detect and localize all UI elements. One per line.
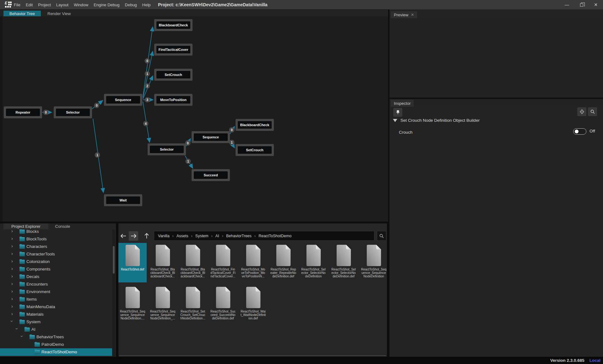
graph-node-movetoposition[interactable]: MoveToPosition: [154, 94, 193, 106]
tab-project-explorer[interactable]: Project Explorer: [3, 223, 48, 229]
nav-up-button[interactable]: [142, 231, 151, 241]
file-item-reacttoshot-findtacticalcover-findtacticalcover-[interactable]: ReactToShot_FindTacticalCover_FindTactic…: [209, 243, 237, 282]
tree-item-blocks[interactable]: ›Blocks: [0, 229, 112, 235]
graph-node-setcrouch[interactable]: SetCrouch: [236, 144, 274, 156]
chevron-right-icon[interactable]: ›: [11, 229, 13, 233]
file-item-reacttoshot-def[interactable]: ReactToShot.def: [118, 243, 147, 282]
menu-debug[interactable]: Debug: [125, 3, 137, 7]
folder-icon: [19, 252, 25, 256]
tree-item-charactertools[interactable]: ›CharacterTools: [0, 250, 112, 258]
file-item-reacttoshot-selector-selectornodedefinition-def[interactable]: ReactToShot_Selector_SelectorNodeDefinit…: [329, 243, 358, 282]
breadcrumb-item-behaviortrees[interactable]: BehaviorTrees: [226, 234, 252, 238]
tab-inspector[interactable]: Inspector: [391, 100, 414, 107]
files-hscrollbar[interactable]: [118, 354, 387, 357]
tree-item-blocktools[interactable]: ›BlockTools: [0, 235, 112, 243]
graph-node-sequence[interactable]: Sequence: [192, 131, 230, 143]
breadcrumb-item-system[interactable]: System: [195, 234, 209, 238]
chevron-down-icon[interactable]: ›: [9, 320, 15, 322]
chevron-right-icon[interactable]: ›: [11, 303, 13, 309]
graph-node-repeater[interactable]: Repeater: [4, 106, 42, 118]
file-item-reacttoshot-movetoposition-movetopositionn-[interactable]: ReactToShot_MoveToPosition_MoveToPositio…: [239, 243, 267, 282]
file-item-reacttoshot-sequence-sequencenodedefinition-[interactable]: ReactToShot_Sequence_SequenceNodeDefinit…: [149, 285, 177, 324]
chevron-right-icon[interactable]: ›: [11, 258, 13, 264]
graph-node-sequence[interactable]: Sequence: [104, 94, 142, 106]
chevron-right-icon[interactable]: ›: [11, 236, 13, 241]
graph-node-succeed[interactable]: Succeed: [192, 169, 230, 181]
nav-back-button[interactable]: [119, 231, 128, 241]
tab-console[interactable]: Console: [50, 223, 75, 229]
tree-item-reacttoshotdemo[interactable]: ReactToShotDemo: [0, 348, 112, 356]
file-item-reacttoshot-succeed-succeednodedefinition-def[interactable]: ReactToShot_Succeed_SucceedNodeDefinitio…: [209, 285, 237, 324]
tree-item-ai[interactable]: ›AI: [0, 326, 112, 333]
tab-behavior-tree[interactable]: Behavior Tree: [3, 11, 41, 17]
tree-item-colonization[interactable]: ›Colonization: [0, 258, 112, 265]
crouch-toggle[interactable]: [573, 128, 586, 135]
chevron-right-icon[interactable]: ›: [11, 296, 13, 301]
chevron-right-icon[interactable]: ›: [11, 243, 13, 249]
chevron-down-icon[interactable]: ›: [14, 328, 20, 329]
inspector-object-header[interactable]: Set Crouch Node Definition Object Builde…: [393, 118, 480, 123]
file-item-reacttoshot-sequence-sequencenodedefinition[interactable]: ReactToShot_Sequence_SequenceNodeDefinit…: [360, 243, 387, 282]
chevron-right-icon[interactable]: ›: [11, 281, 13, 286]
menu-project[interactable]: Project: [38, 3, 51, 7]
menu-engine-debug[interactable]: Engine Debug: [94, 3, 119, 7]
menu-file[interactable]: File: [14, 3, 20, 7]
tree-item-behaviortrees[interactable]: ›BehaviorTrees: [0, 333, 112, 341]
chevron-down-icon[interactable]: ›: [19, 335, 25, 337]
explorer-scrollbar-thumb[interactable]: [113, 246, 115, 274]
menu-layout[interactable]: Layout: [56, 3, 68, 7]
breadcrumb-item-assets[interactable]: Assets: [177, 234, 188, 238]
minimize-button[interactable]: —: [560, 0, 574, 9]
restore-button[interactable]: [574, 0, 589, 9]
preview-close-icon[interactable]: ✕: [411, 13, 414, 17]
explorer-scrollbar[interactable]: [112, 229, 115, 357]
tree-item-characters[interactable]: ›Characters: [0, 243, 112, 250]
behavior-tree-canvas[interactable]: 001012340101 RepeaterSelectorSequenceBla…: [0, 16, 388, 222]
files-search-button[interactable]: [377, 231, 386, 241]
file-item-reacttoshot-setcrouch-setcrouchnodedefinition-[interactable]: ReactToShot_SetCrouch_SetCrouchNodeDefin…: [179, 285, 207, 324]
tree-item-decals[interactable]: ›Decals: [0, 273, 112, 281]
chevron-right-icon[interactable]: ›: [11, 251, 13, 256]
files-hscrollbar-thumb[interactable]: [119, 355, 386, 356]
inspector-search-button[interactable]: [588, 107, 597, 116]
tab-preview[interactable]: Preview ✕: [391, 11, 417, 18]
chevron-right-icon[interactable]: ›: [11, 311, 13, 316]
graph-node-findtacticalcover[interactable]: FindTacticalCover: [154, 44, 193, 56]
locate-button[interactable]: [577, 107, 586, 116]
file-item-reacttoshot-selector-selectornodedefinition[interactable]: ReactToShot_Selector_SelectorNodeDefinit…: [299, 243, 328, 282]
tree-item-items[interactable]: ›Items: [0, 296, 112, 303]
tab-render-view[interactable]: Render View: [43, 11, 75, 17]
graph-node-blackboardcheck[interactable]: BlackboardCheck: [154, 19, 193, 31]
chevron-right-icon[interactable]: ›: [11, 288, 13, 294]
file-label-line: ReactToShot_Set: [180, 310, 205, 313]
graph-node-selector[interactable]: Selector: [148, 143, 186, 155]
close-button[interactable]: ✕: [589, 0, 603, 9]
file-item-reacttoshot-wait-waitnodedefinition-def[interactable]: ReactToShot_Wait_WaitNodeDefinition.def: [239, 285, 267, 324]
graph-node-selector[interactable]: Selector: [54, 106, 92, 118]
tree-item-encounters[interactable]: ›Encounters: [0, 281, 112, 288]
menu-help[interactable]: Help: [142, 3, 151, 7]
tree-item-system[interactable]: ›System: [0, 318, 112, 326]
locality-label[interactable]: Local: [589, 358, 600, 363]
graph-node-blackboardcheck[interactable]: BlackboardCheck: [236, 119, 274, 131]
tree-item-mainmenudata[interactable]: ›MainMenuData: [0, 303, 112, 311]
tree-item-materials[interactable]: ›Materials: [0, 311, 112, 318]
breadcrumb-item-vanilla[interactable]: Vanilla: [158, 234, 170, 238]
graph-node-wait[interactable]: Wait: [104, 194, 142, 206]
file-item-reacttoshot-sequence-sequencenodedefinition-[interactable]: ReactToShot_Sequence_SequenceNodeDefinit…: [118, 285, 147, 324]
menu-edit[interactable]: Edit: [26, 3, 33, 7]
breadcrumb-item-ai[interactable]: AI: [215, 234, 219, 238]
file-item-reacttoshot-blackboardcheck-blackboardcheck-[interactable]: ReactToShot_BlackboardCheck_BlackboardCh…: [149, 243, 177, 282]
menu-window[interactable]: Window: [74, 3, 88, 7]
file-item-reacttoshot-blackboardcheck-blackboardcheck-[interactable]: ReactToShot_BlackboardCheck_BlackboardCh…: [179, 243, 207, 282]
breadcrumb-item-reacttoshotdemo[interactable]: ReactToShotDemo: [258, 234, 291, 238]
file-item-reacttoshot-repeater-repeaternodedefinition-def[interactable]: ReactToShot_Repeater_RepeaterNodeDefinit…: [269, 243, 297, 282]
pin-button[interactable]: [393, 108, 402, 117]
nav-forward-button[interactable]: [129, 231, 138, 241]
tree-item-patroldemo[interactable]: PatrolDemo: [0, 341, 112, 348]
tree-item-environment[interactable]: ›Environment: [0, 288, 112, 296]
graph-node-setcrouch[interactable]: SetCrouch: [154, 69, 193, 81]
chevron-right-icon[interactable]: ›: [11, 266, 13, 271]
tree-item-components[interactable]: ›Components: [0, 265, 112, 273]
chevron-right-icon[interactable]: ›: [11, 273, 13, 279]
